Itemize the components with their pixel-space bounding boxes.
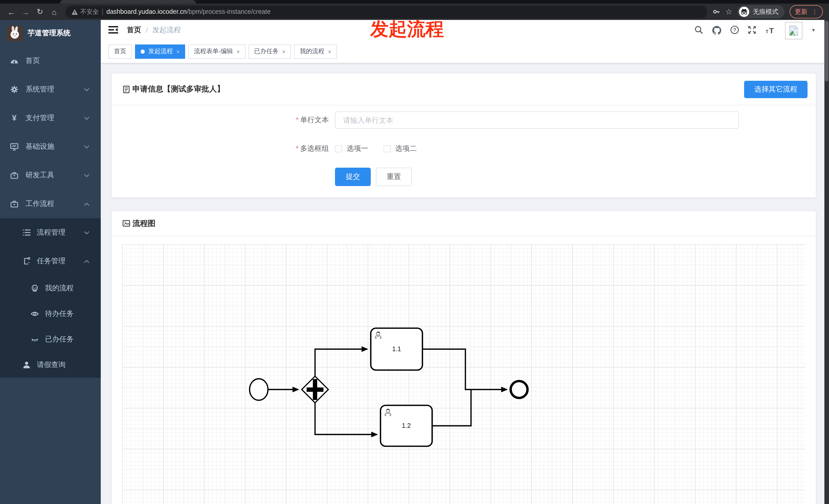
monitor-icon: [10, 143, 19, 151]
tag-start-process[interactable]: 发起流程 ×: [135, 44, 185, 59]
reload-button[interactable]: ↻: [34, 6, 46, 18]
close-icon[interactable]: ×: [328, 48, 331, 54]
task-label: 1.2: [402, 422, 411, 429]
forward-button[interactable]: →: [20, 6, 32, 18]
url-divider: [102, 8, 103, 15]
back-icon: ←: [7, 7, 15, 16]
sidebar-item-infra[interactable]: 基础设施: [0, 132, 101, 161]
sidebar-item-label: 我的流程: [45, 284, 74, 293]
font-size-icon[interactable]: TT: [765, 26, 776, 34]
sidebar-item-process-mgmt[interactable]: 流程管理: [0, 218, 101, 247]
sidebar-item-label: 已办任务: [45, 335, 74, 344]
avatar-caret-icon[interactable]: ▼: [811, 27, 816, 33]
checkbox-option-1[interactable]: 选项一: [335, 144, 368, 153]
sidebar-item-my-process[interactable]: 我的流程: [0, 275, 101, 301]
eye-closed-icon: [31, 335, 39, 344]
browser-update-button[interactable]: 更新 ⋮: [790, 5, 823, 18]
single-line-text-input[interactable]: [335, 111, 739, 129]
person-icon: [23, 361, 31, 369]
tag-form-edit[interactable]: 流程表单-编辑 ×: [188, 44, 246, 59]
bpmn-end-event[interactable]: [511, 381, 528, 398]
close-icon[interactable]: ×: [237, 48, 240, 54]
sidebar-item-devtools[interactable]: 研发工具: [0, 161, 101, 190]
sidebar-item-label: 任务管理: [37, 257, 66, 266]
tag-label: 已办任务: [254, 47, 279, 56]
sidebar-item-payment[interactable]: ¥ 支付管理: [0, 104, 101, 132]
scrollbar-thumb[interactable]: [825, 21, 828, 81]
sidebar-item-home[interactable]: 首页: [0, 46, 101, 75]
close-icon[interactable]: ×: [282, 48, 286, 54]
checkbox-option-2[interactable]: 选项二: [384, 144, 417, 153]
browser-active-tab[interactable]: [60, 0, 196, 4]
submit-button[interactable]: 提交: [335, 168, 371, 186]
navbar: 首页 / 发起流程 ?: [101, 20, 829, 40]
sidebar-item-leave-query[interactable]: 请假查询: [0, 352, 101, 378]
chevron-up-icon: [84, 202, 89, 206]
bpmn-diagram: 1.1 1.2: [122, 244, 806, 504]
flow-diagram-card: 流程图: [111, 210, 816, 504]
sidebar: 芋道管理系统 首页 系统管理 ¥ 支付管理: [0, 20, 101, 504]
chevron-down-icon: [84, 117, 89, 120]
tags-view: 首页 发起流程 × 流程表单-编辑 × 已办任务 × 我的流程 ×: [101, 40, 829, 64]
url-path: /bpm/process-instance/create: [187, 8, 271, 15]
tag-label: 流程表单-编辑: [194, 47, 233, 56]
sidebar-item-todo-tasks[interactable]: 待办任务: [0, 301, 101, 326]
home-button[interactable]: ⌂: [48, 6, 60, 18]
tag-home[interactable]: 首页: [108, 44, 132, 59]
page-scrollbar[interactable]: [824, 20, 829, 504]
chevron-down-icon: [84, 231, 89, 235]
github-icon[interactable]: [712, 25, 722, 35]
sidebar-item-label: 工作流程: [26, 199, 54, 208]
field-label: *多选框组: [112, 144, 335, 153]
card-title-text: 申请信息【测试多审批人】: [133, 84, 224, 94]
flow-gateway-task1: [315, 349, 367, 376]
password-key-icon[interactable]: [712, 8, 720, 16]
form-row-checkbox: *多选框组 选项一 选项二: [112, 144, 816, 153]
close-icon[interactable]: ×: [176, 48, 180, 54]
active-dot: [141, 49, 145, 53]
back-button[interactable]: ←: [5, 6, 17, 18]
svg-text:?: ?: [733, 27, 736, 33]
checkbox-box[interactable]: [384, 145, 391, 152]
sidebar-item-system[interactable]: 系统管理: [0, 75, 101, 104]
bpmn-canvas[interactable]: 1.1 1.2: [122, 244, 805, 504]
reset-button[interactable]: 重置: [376, 168, 412, 186]
select-other-process-button[interactable]: 选择其它流程: [744, 81, 807, 98]
bpmn-start-event[interactable]: [250, 379, 268, 400]
incognito-icon: [739, 7, 749, 17]
search-icon[interactable]: [694, 26, 703, 34]
tag-my-process[interactable]: 我的流程 ×: [294, 44, 337, 59]
hamburger-icon[interactable]: [108, 25, 119, 35]
eye-icon: [31, 310, 39, 318]
robot-face-icon: [31, 284, 39, 293]
sidebar-item-done-tasks[interactable]: 已办任务: [0, 326, 101, 352]
sidebar-item-workflow[interactable]: 工作流程: [0, 190, 101, 218]
address-bar[interactable]: 不安全 dashboard.yudao.iocoder.cn/bpm/proce…: [66, 5, 707, 18]
help-icon[interactable]: ?: [730, 26, 739, 34]
sidebar-item-label: 研发工具: [26, 171, 54, 180]
gear-icon: [10, 85, 19, 93]
screen: ← → ↻ ⌂ 不安全 dashboard.yudao.iocoder.cn/b…: [0, 0, 829, 504]
list-tree-icon: [23, 229, 31, 237]
breadcrumb-home[interactable]: 首页: [127, 25, 141, 35]
breadcrumb-current: 发起流程: [152, 25, 181, 35]
tag-label: 发起流程: [148, 47, 173, 56]
security-label: 不安全: [80, 7, 99, 16]
checkbox-box[interactable]: [335, 145, 342, 152]
sidebar-item-task-mgmt[interactable]: 任务管理: [0, 247, 101, 275]
chevron-down-icon: [84, 145, 89, 149]
fullscreen-icon[interactable]: [748, 26, 756, 34]
incognito-badge: 无痕模式: [737, 5, 785, 18]
apply-info-card: 申请信息【测试多审批人】 选择其它流程 *单行文本 *多选框组 选项一: [111, 73, 816, 198]
navbar-right: ? TT ▼: [694, 20, 816, 40]
tag-done-tasks[interactable]: 已办任务 ×: [249, 44, 291, 59]
field-label: *单行文本: [112, 116, 335, 125]
gateway-plus-v: [313, 379, 317, 400]
sidebar-logo[interactable]: 芋道管理系统: [0, 20, 101, 46]
warning-icon: [72, 9, 78, 14]
bookmark-star-icon[interactable]: ☆: [725, 7, 732, 16]
avatar[interactable]: [785, 22, 802, 39]
browser-menu-icon[interactable]: ⋮: [812, 8, 818, 15]
forward-icon: →: [22, 7, 29, 16]
security-status[interactable]: 不安全: [72, 7, 99, 16]
